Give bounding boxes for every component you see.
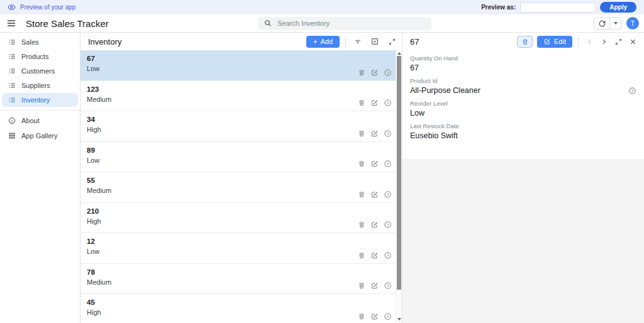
- field-label: Reorder Level: [410, 100, 636, 107]
- checkbox-checked-icon[interactable]: [369, 35, 381, 48]
- add-button[interactable]: + Add: [306, 36, 340, 48]
- magnifier-icon: [264, 19, 272, 27]
- trash-icon[interactable]: [358, 221, 365, 229]
- trash-icon[interactable]: [358, 282, 365, 290]
- pencil-square-icon[interactable]: [370, 129, 379, 138]
- open-in-full-icon[interactable]: [613, 36, 623, 47]
- sidebar-item-label: Sales: [21, 38, 39, 46]
- chevron-circle-right-icon[interactable]: [384, 312, 392, 320]
- plus-icon: +: [313, 38, 317, 45]
- preview-bar: Preview of your app Preview as: Apply: [0, 0, 644, 14]
- item-reorder-level: Low: [87, 65, 389, 72]
- list-item[interactable]: 55 Medium: [80, 172, 396, 203]
- list-item[interactable]: 67 Low: [80, 50, 396, 81]
- pencil-square-icon[interactable]: [370, 160, 379, 168]
- pencil-square-icon[interactable]: [370, 99, 379, 107]
- item-quantity: 34: [87, 116, 389, 123]
- list-header: Inventory + Add: [80, 33, 402, 50]
- chevron-circle-right-icon[interactable]: [384, 160, 392, 168]
- trash-icon[interactable]: [358, 312, 365, 320]
- item-reorder-level: High: [87, 309, 389, 316]
- open-in-full-icon[interactable]: [386, 35, 398, 48]
- list-item[interactable]: 123 Medium: [80, 81, 396, 112]
- item-quantity: 89: [87, 146, 389, 154]
- pencil-square-icon[interactable]: [370, 221, 379, 229]
- pencil-square-icon[interactable]: [370, 251, 379, 260]
- list-scrollbar[interactable]: [396, 50, 402, 323]
- chevron-circle-right-icon[interactable]: [384, 129, 392, 138]
- sidebar-item-label: Suppliers: [21, 82, 50, 89]
- apply-button[interactable]: Apply: [600, 2, 636, 13]
- x-icon[interactable]: [628, 36, 638, 47]
- sidebar-item-about[interactable]: About: [2, 114, 78, 128]
- list-item[interactable]: 89 Low: [80, 142, 396, 173]
- avatar[interactable]: T: [626, 17, 639, 30]
- list-item[interactable]: 78 Medium: [80, 264, 396, 295]
- item-quantity: 55: [87, 177, 389, 184]
- filter-list-icon[interactable]: [352, 35, 364, 48]
- list-icon: [8, 53, 16, 60]
- chevron-left-icon[interactable]: [584, 36, 594, 47]
- chevron-circle-right-icon[interactable]: [384, 282, 392, 290]
- chevron-circle-right-icon[interactable]: [384, 190, 392, 199]
- pencil-square-icon[interactable]: [370, 312, 379, 320]
- pencil-square-icon[interactable]: [370, 190, 379, 199]
- scroll-up-arrow[interactable]: [396, 50, 402, 56]
- search-input[interactable]: [277, 19, 403, 27]
- list-item[interactable]: 45 High: [80, 294, 396, 323]
- trash-icon[interactable]: [358, 190, 365, 199]
- scrollbar-thumb[interactable]: [397, 56, 401, 290]
- inventory-list: 67 Low 123 Medium: [80, 50, 396, 323]
- trash-icon[interactable]: [358, 129, 365, 138]
- item-reorder-level: High: [87, 217, 389, 225]
- sidebar-item-app-gallery[interactable]: App Gallery: [2, 129, 78, 143]
- preview-as-label: Preview as:: [481, 4, 516, 11]
- chevron-circle-right-icon[interactable]: [384, 221, 392, 229]
- trash-icon[interactable]: [358, 251, 365, 260]
- hamburger-icon[interactable]: [6, 18, 16, 28]
- field-label: Last Restock Date: [410, 123, 636, 129]
- detail-header: 67 Edit: [402, 33, 644, 50]
- list-icon: [8, 38, 16, 46]
- detail-field: Last Restock Date Eusebio Swift: [410, 123, 636, 140]
- preview-bar-title: Preview of your app: [20, 4, 75, 11]
- trash-icon[interactable]: [358, 99, 365, 107]
- pencil-square-icon[interactable]: [370, 282, 379, 290]
- info-icon: [8, 117, 16, 124]
- pencil-square-icon[interactable]: [370, 68, 379, 77]
- chevron-circle-right-icon[interactable]: [384, 99, 392, 107]
- trash-icon[interactable]: [358, 68, 365, 77]
- record-detail-panel: 67 Edit: [402, 33, 644, 323]
- list-item[interactable]: 12 Low: [80, 233, 396, 264]
- chevron-circle-right-icon[interactable]: [628, 87, 636, 95]
- sidebar-item-label: App Gallery: [21, 132, 57, 140]
- header-divider: [578, 37, 579, 47]
- chevron-circle-right-icon[interactable]: [384, 68, 392, 77]
- search-box[interactable]: [258, 17, 431, 30]
- scroll-down-arrow[interactable]: [396, 316, 402, 322]
- chevron-down-icon[interactable]: [609, 18, 621, 29]
- edit-record-button[interactable]: Edit: [537, 36, 572, 48]
- detail-field: Product Id All-Purpose Cleaner: [410, 77, 636, 95]
- trash-icon[interactable]: [358, 160, 365, 168]
- chevron-circle-right-icon[interactable]: [384, 251, 392, 260]
- detail-field: Reorder Level Low: [410, 100, 636, 118]
- list-title: Inventory: [88, 37, 302, 47]
- chevron-right-icon[interactable]: [599, 36, 609, 47]
- sidebar-item-label: Customers: [21, 67, 55, 75]
- sync-icon[interactable]: [594, 18, 609, 29]
- list-item[interactable]: 210 High: [80, 203, 396, 234]
- sidebar-item[interactable]: Customers: [2, 64, 78, 78]
- field-label: Product Id: [410, 77, 636, 84]
- delete-record-button[interactable]: [517, 36, 533, 48]
- item-quantity: 123: [87, 85, 389, 93]
- sidebar-item[interactable]: Inventory: [2, 93, 78, 107]
- item-reorder-level: High: [87, 126, 389, 133]
- sidebar-item[interactable]: Sales: [2, 35, 78, 49]
- item-quantity: 78: [87, 268, 389, 276]
- sidebar-item[interactable]: Products: [2, 50, 78, 63]
- list-item[interactable]: 34 High: [80, 111, 396, 142]
- preview-as-input[interactable]: [520, 3, 596, 13]
- header-divider: [345, 37, 346, 47]
- sidebar-item[interactable]: Suppliers: [2, 79, 78, 92]
